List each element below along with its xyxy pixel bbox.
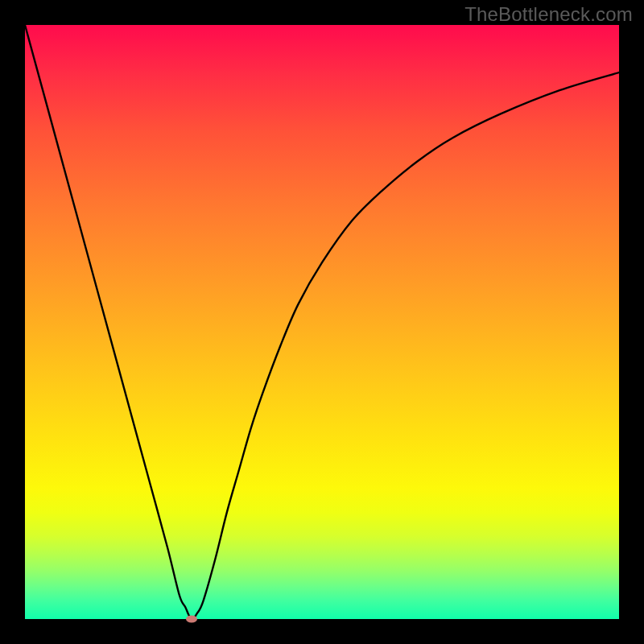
watermark-text: TheBottleneck.com: [464, 3, 633, 26]
chart-frame: TheBottleneck.com: [0, 0, 644, 644]
optimal-point-marker: [186, 616, 197, 623]
bottleneck-curve: [25, 25, 619, 619]
plot-area: [25, 25, 619, 619]
